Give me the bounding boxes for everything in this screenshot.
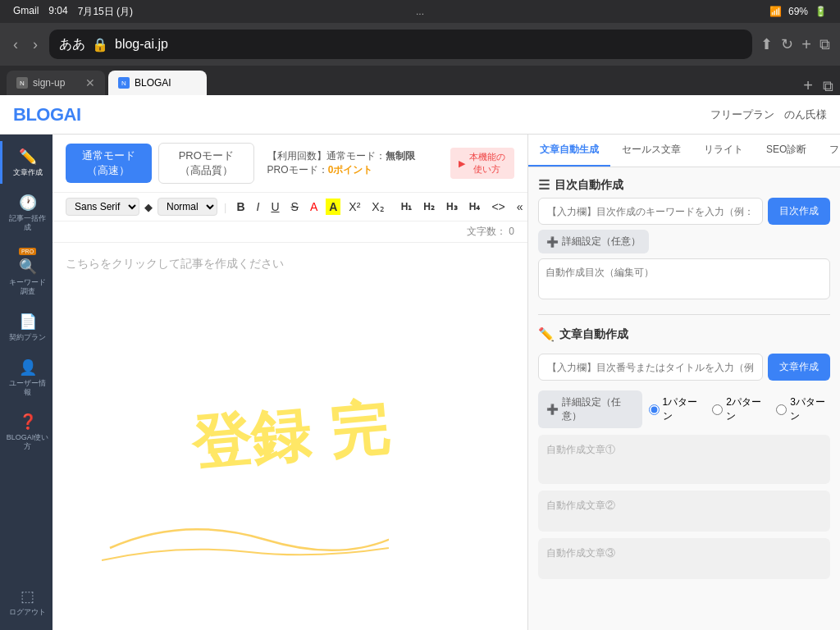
toc-detail-settings[interactable]: ➕ 詳細設定（任意） bbox=[538, 230, 649, 253]
pattern-3-radio[interactable] bbox=[776, 404, 787, 415]
search-icon: 🔍 bbox=[19, 258, 37, 276]
watermark-lines bbox=[102, 499, 389, 564]
h1-button[interactable]: H₁ bbox=[398, 199, 416, 214]
sidebar: ✏️ 文章作成 🕐 記事一括作成 PRO 🔍 キーワード調査 📄 契約プラン 👤… bbox=[0, 135, 52, 630]
toc-keyword-input[interactable] bbox=[538, 198, 763, 225]
app-logo: BLOGAI bbox=[13, 104, 81, 126]
char-count: 文字数： 0 bbox=[52, 221, 527, 243]
superscript-button[interactable]: X² bbox=[345, 199, 363, 215]
sidebar-label-logout: ログアウト bbox=[9, 608, 46, 617]
article-gen-title: 文章自動作成 bbox=[559, 327, 628, 342]
tab-rewrite[interactable]: リライト bbox=[692, 135, 755, 167]
pencil-icon: ✏️ bbox=[19, 148, 37, 166]
char-count-label: 文字数： bbox=[467, 226, 506, 237]
usage-pro-label: PROモード： bbox=[267, 164, 328, 176]
strike-button[interactable]: S bbox=[288, 199, 302, 215]
tab-auto-generate[interactable]: 文章自動生成 bbox=[528, 135, 610, 167]
editor-toolbar-format: Sans Serif ◆ Normal | B I U S A A X² X₂ … bbox=[52, 193, 527, 221]
tab-seo[interactable]: SEO診断 bbox=[755, 135, 818, 167]
bold-button[interactable]: B bbox=[233, 199, 248, 215]
underline-button[interactable]: U bbox=[267, 199, 282, 215]
editor-content[interactable]: こちらをクリックして記事を作成ください 登録 完 bbox=[52, 243, 527, 630]
sidebar-item-help[interactable]: ❓ BLOGAI使い方 bbox=[0, 406, 52, 458]
auto-article-box-2: 自動作成文章② bbox=[538, 491, 830, 532]
toolbar-sep-1: ◆ bbox=[144, 201, 153, 213]
sidebar-bottom: ⬚ ログアウト bbox=[3, 581, 49, 623]
sidebar-item-bulk-create[interactable]: 🕐 記事一括作成 bbox=[0, 187, 52, 239]
code-button[interactable]: <> bbox=[488, 199, 508, 215]
font-size-select[interactable]: Normal bbox=[158, 198, 217, 216]
tab-close-signup[interactable]: ✕ bbox=[85, 76, 95, 89]
sidebar-item-plan[interactable]: 📄 契約プラン bbox=[0, 306, 52, 349]
right-panel: 文章自動生成 セールス文章 リライト SEO診断 ファクト診断 PRO ☰ 目次… bbox=[528, 135, 840, 630]
new-tab-icon[interactable]: + bbox=[801, 35, 811, 54]
pattern-radio-group: 1パターン 2パターン 3パターン bbox=[649, 395, 830, 423]
tab-fact[interactable]: ファクト診断 PRO bbox=[818, 135, 840, 167]
h4-button[interactable]: H₄ bbox=[466, 199, 484, 214]
reload-icon[interactable]: ↻ bbox=[781, 35, 793, 53]
pattern-1-option[interactable]: 1パターン bbox=[649, 395, 703, 423]
auto-article-label-2: 自動作成文章② bbox=[546, 500, 615, 511]
back-button[interactable]: ‹ bbox=[10, 33, 21, 57]
tab-grid-button[interactable]: ⧉ bbox=[823, 78, 833, 95]
editor-placeholder: こちらをクリックして記事を作成ください bbox=[66, 257, 284, 270]
pattern-3-label: 3パターン bbox=[790, 395, 830, 423]
pattern-2-radio[interactable] bbox=[712, 404, 723, 415]
address-bar[interactable]: ああ 🔒 blog-ai.jp bbox=[49, 30, 752, 59]
plus-icon-article: ➕ bbox=[546, 404, 559, 415]
status-bar: Gmail 9:04 7月15日 (月) ... 📶 69% 🔋 bbox=[0, 0, 840, 23]
tab-signup[interactable]: N sign-up ✕ bbox=[7, 71, 105, 95]
h2-button[interactable]: H₂ bbox=[420, 199, 438, 214]
tab-label-blogai: BLOGAI bbox=[135, 77, 171, 89]
article-title-input[interactable] bbox=[538, 354, 763, 381]
toc-action-button[interactable]: 目次作成 bbox=[768, 198, 830, 225]
user-icon: 👤 bbox=[19, 358, 37, 377]
char-count-value: 0 bbox=[509, 226, 514, 237]
tab-blogai[interactable]: N BLOGAI bbox=[108, 71, 207, 95]
toc-icon: ☰ bbox=[538, 177, 550, 193]
sidebar-item-keyword[interactable]: PRO 🔍 キーワード調査 bbox=[0, 241, 52, 303]
font-family-select[interactable]: Sans Serif bbox=[66, 198, 139, 216]
main-content: ✏️ 文章作成 🕐 記事一括作成 PRO 🔍 キーワード調査 📄 契約プラン 👤… bbox=[0, 135, 840, 630]
help-icon: ❓ bbox=[19, 413, 37, 431]
history-icon: 🕐 bbox=[19, 194, 37, 212]
highlight-button[interactable]: A bbox=[326, 199, 340, 215]
italic-button[interactable]: I bbox=[253, 199, 263, 215]
pencil-icon-article: ✏️ bbox=[538, 326, 555, 342]
auto-article-box-1: 自動作成文章① bbox=[538, 435, 830, 484]
sidebar-label-user: ユーザー情報 bbox=[6, 379, 49, 397]
subscript-button[interactable]: X₂ bbox=[368, 199, 387, 215]
pro-mode-button[interactable]: PROモード（高品質） bbox=[158, 143, 254, 184]
pattern-3-option[interactable]: 3パターン bbox=[776, 395, 830, 423]
tab-sales-copy[interactable]: セールス文章 bbox=[610, 135, 692, 167]
sidebar-label-article-create: 文章作成 bbox=[13, 168, 43, 177]
forward-button[interactable]: › bbox=[30, 33, 41, 57]
article-detail-settings[interactable]: ➕ 詳細設定（任意） bbox=[538, 390, 642, 428]
sidebar-item-user[interactable]: 👤 ユーザー情報 bbox=[0, 352, 52, 404]
help-function-button[interactable]: ▶ 本機能の使い方 bbox=[450, 148, 514, 179]
blockquote-button[interactable]: « bbox=[514, 199, 527, 215]
normal-mode-button[interactable]: 通常モード（高速） bbox=[66, 144, 152, 183]
new-tab-button[interactable]: + bbox=[797, 76, 819, 95]
sidebar-item-logout[interactable]: ⬚ ログアウト bbox=[3, 581, 49, 623]
color-button[interactable]: A bbox=[307, 199, 321, 215]
battery-label: 69% bbox=[788, 6, 808, 17]
app-container: BLOGAI フリープラン のん氏様 ✏️ 文章作成 🕐 記事一括作成 PRO … bbox=[0, 95, 840, 630]
share-icon[interactable]: ⬆ bbox=[760, 35, 773, 53]
panel-tabs: 文章自動生成 セールス文章 リライト SEO診断 ファクト診断 PRO bbox=[528, 135, 840, 167]
toc-input-row: 目次作成 bbox=[538, 198, 830, 225]
auto-article-label-3: 自動作成文章③ bbox=[546, 547, 615, 559]
gmail-label: Gmail bbox=[13, 5, 39, 19]
editor-toolbar-top: 通常モード（高速） PROモード（高品質） 【利用回数】通常モード：無制限 PR… bbox=[52, 135, 527, 193]
article-action-button[interactable]: 文章作成 bbox=[768, 354, 830, 381]
h3-button[interactable]: H₃ bbox=[443, 199, 461, 214]
editor-area: 通常モード（高速） PROモード（高品質） 【利用回数】通常モード：無制限 PR… bbox=[52, 135, 528, 630]
sidebar-item-article-create[interactable]: ✏️ 文章作成 bbox=[0, 141, 52, 184]
toc-textarea[interactable] bbox=[538, 258, 830, 299]
usage-pro: 0ポイント bbox=[328, 164, 373, 176]
pattern-1-radio[interactable] bbox=[649, 404, 660, 415]
tabs-icon[interactable]: ⧉ bbox=[819, 36, 830, 53]
pattern-2-option[interactable]: 2パターン bbox=[712, 395, 766, 423]
auto-article-label-1: 自動作成文章① bbox=[546, 444, 615, 455]
wifi-icon: 📶 bbox=[769, 6, 782, 17]
